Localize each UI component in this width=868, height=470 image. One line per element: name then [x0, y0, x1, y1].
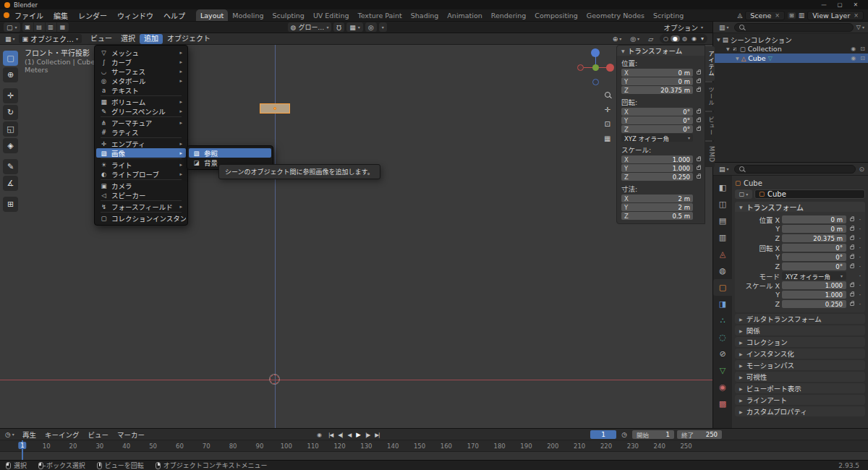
- frame-number[interactable]: 20: [69, 443, 77, 450]
- viewport-menu-3[interactable]: オブジェクト: [163, 34, 215, 44]
- jump-to-prev-keyframe-button[interactable]: ◀|: [336, 432, 344, 438]
- animate-dot[interactable]: ·: [858, 291, 862, 299]
- blender-menu-icon[interactable]: [4, 12, 9, 18]
- lock-icon[interactable]: [697, 127, 701, 131]
- timeline-track[interactable]: [0, 452, 868, 460]
- pin-icon[interactable]: ⊙: [859, 166, 864, 173]
- jump-to-end-button[interactable]: ▶|: [373, 432, 381, 438]
- end-frame-field[interactable]: 終了 250: [677, 430, 722, 439]
- outliner-row[interactable]: ▼▤シーンコレクション: [713, 35, 868, 44]
- transform-section-header[interactable]: ▼ トランスフォーム: [735, 202, 865, 212]
- frame-number[interactable]: 240: [654, 443, 665, 450]
- add-menu-item[interactable]: ▨画像▸: [96, 148, 186, 158]
- auto-keying-toggle[interactable]: ◉: [317, 432, 322, 438]
- number-field[interactable]: 0 m: [782, 225, 846, 233]
- workspace-tab[interactable]: Geometry Nodes: [582, 9, 649, 21]
- workspace-tab[interactable]: Modeling: [228, 9, 268, 21]
- gizmo-x-neg-axis-ball[interactable]: [577, 64, 584, 71]
- add-menu-item[interactable]: ⋔アーマチュア▸: [96, 118, 186, 127]
- properties-tab-object[interactable]: ▢: [713, 279, 732, 296]
- play-reverse-button[interactable]: ◀: [346, 432, 354, 438]
- frame-number[interactable]: 130: [360, 443, 372, 450]
- frame-number[interactable]: 100: [281, 443, 292, 450]
- options-dropdown[interactable]: オプション ▾: [663, 22, 703, 33]
- add-menu-item[interactable]: ✛エンプティ▸: [96, 139, 186, 148]
- properties-tab-world[interactable]: ◍: [713, 262, 732, 279]
- frame-number[interactable]: 80: [229, 443, 237, 450]
- number-field[interactable]: 0°: [782, 244, 846, 252]
- add-menu-item[interactable]: ∫カーブ▸: [96, 57, 186, 67]
- gizmo-y-axis-ball[interactable]: [592, 64, 599, 71]
- rendered-shading-button[interactable]: ◉: [689, 35, 699, 42]
- properties-tab-physics[interactable]: ◌: [713, 329, 732, 346]
- gizmo-z-axis-ball[interactable]: [591, 48, 600, 57]
- submenu-item[interactable]: ▨参照: [189, 148, 271, 158]
- add-menu-item[interactable]: ◐ライトプローブ▸: [96, 169, 186, 179]
- zoom-button[interactable]: [605, 91, 610, 99]
- xray-toggle[interactable]: ▱: [646, 35, 655, 43]
- number-field[interactable]: 20.375 m: [782, 234, 846, 242]
- properties-tab-render[interactable]: ◫: [713, 196, 732, 213]
- add-menu-item[interactable]: #ラティス: [96, 127, 186, 137]
- tool-select-box[interactable]: ▢: [3, 51, 18, 66]
- frame-number[interactable]: 170: [467, 443, 479, 450]
- disclosure-triangle-icon[interactable]: ▼: [726, 46, 730, 51]
- frame-number[interactable]: 230: [627, 443, 639, 450]
- frame-number[interactable]: 150: [414, 443, 425, 450]
- lock-icon[interactable]: [850, 265, 854, 268]
- material-shading-button[interactable]: ◍: [680, 35, 689, 42]
- add-menu-item[interactable]: ◡サーフェス▸: [96, 67, 186, 76]
- tool-scale[interactable]: ◱: [3, 121, 18, 137]
- frame-number[interactable]: 250: [680, 443, 692, 450]
- number-field[interactable]: X2 m: [621, 195, 693, 202]
- properties-tab-constraints[interactable]: ⊘: [713, 346, 732, 362]
- number-field[interactable]: Y0 m: [621, 77, 693, 85]
- object-type-dropdown[interactable]: ▢ ▾: [735, 189, 752, 199]
- frame-number[interactable]: 180: [493, 443, 505, 450]
- frame-number[interactable]: 50: [149, 443, 157, 450]
- workspace-tab[interactable]: Compositing: [530, 9, 582, 21]
- workspace-tab[interactable]: Texture Paint: [353, 9, 406, 21]
- workspace-tab[interactable]: UV Editing: [309, 9, 354, 21]
- properties-tab-tool[interactable]: ◧: [713, 179, 732, 196]
- camera-visibility-icon[interactable]: ⊡: [860, 55, 865, 61]
- properties-tab-texture[interactable]: ▩: [713, 396, 732, 412]
- frame-number[interactable]: 60: [176, 443, 184, 450]
- viewport-menu-2[interactable]: 追加: [140, 34, 163, 44]
- tool-transform[interactable]: ◈: [3, 138, 18, 153]
- viewport-menu-0[interactable]: ビュー: [86, 34, 116, 44]
- jump-to-start-button[interactable]: |◀: [326, 432, 335, 438]
- number-field[interactable]: Y1.000: [621, 164, 693, 172]
- mode-dropdown[interactable]: ▣ オブジェクトモード ▾: [19, 34, 82, 43]
- frame-number[interactable]: 120: [333, 443, 345, 450]
- outliner-row[interactable]: ▼△Cube▽◉⊡: [713, 54, 868, 63]
- frame-number[interactable]: 220: [600, 443, 612, 450]
- tool-move[interactable]: ✛: [3, 88, 18, 103]
- animate-dot[interactable]: ·: [858, 244, 862, 252]
- animate-dot[interactable]: ·: [858, 273, 862, 280]
- lock-icon[interactable]: [850, 255, 854, 259]
- number-field[interactable]: Y0°: [621, 116, 693, 124]
- properties-section[interactable]: ▶インスタンス化: [735, 349, 865, 359]
- frame-number[interactable]: 90: [256, 443, 264, 450]
- preview-range-toggle[interactable]: ◷: [619, 431, 629, 438]
- cube-object[interactable]: [260, 103, 290, 114]
- animate-dot[interactable]: ·: [858, 301, 862, 308]
- play-button[interactable]: ▶: [354, 431, 362, 438]
- properties-section[interactable]: ▶コレクション: [735, 337, 865, 347]
- navigation-gizmo[interactable]: [575, 47, 617, 89]
- frame-number[interactable]: 190: [520, 443, 532, 450]
- lock-icon[interactable]: [697, 119, 701, 122]
- n-panel-tab-2[interactable]: ビュー: [705, 112, 715, 140]
- topbar-menu-3[interactable]: ウィンドウ: [112, 10, 158, 21]
- tool-cursor[interactable]: ⊕: [3, 67, 18, 82]
- proportional-falloff-dropdown[interactable]: ▾: [379, 22, 387, 32]
- outliner-editor-dropdown[interactable]: ▥ ▾: [717, 24, 731, 31]
- workspace-tab[interactable]: Scripting: [649, 9, 688, 21]
- timeline-menu-2[interactable]: ビュー: [83, 430, 113, 440]
- n-panel-tab-3[interactable]: MMD: [705, 142, 715, 167]
- timeline-editor-dropdown[interactable]: ◷ ▾: [3, 431, 17, 438]
- gizmo-dropdown[interactable]: ⊕▾: [610, 35, 624, 43]
- tool-annotate[interactable]: ✎: [3, 159, 18, 174]
- close-button[interactable]: ✕: [848, 0, 864, 9]
